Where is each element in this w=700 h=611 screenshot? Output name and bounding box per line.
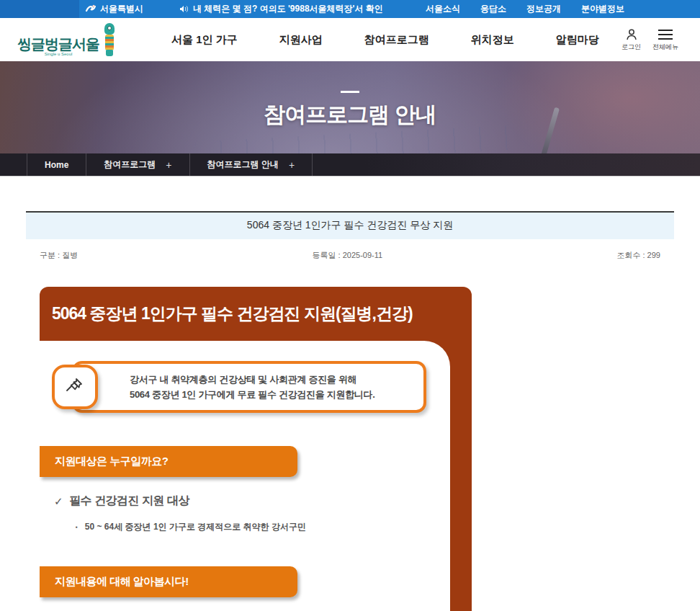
topbar-link-info-disclosure[interactable]: 정보공개 — [526, 3, 561, 15]
section-benefits: 지원내용에 대해 알아봅시다! ✓ 필수 건강검진 지원내용 — [40, 566, 450, 611]
pushpin-icon — [63, 373, 87, 401]
all-menu-label: 전체메뉴 — [652, 43, 678, 52]
topbar: 서울특별시 내 체력은 몇 점? 여의도 '9988서울체력장'서 확인 서울소… — [0, 0, 700, 18]
topbar-links: 서울소식 응답소 정보공개 분야별정보 — [426, 3, 624, 15]
hero-banner: 참여프로그램 안내 — [0, 61, 700, 153]
section-benefits-header: 지원내용에 대해 알아봅시다! — [40, 566, 297, 597]
breadcrumb-home[interactable]: Home — [27, 153, 86, 176]
breadcrumb-home-label: Home — [45, 160, 68, 170]
post-meta: 구분 : 질병 등록일 : 2025-09-11 조회수 : 299 — [26, 239, 674, 261]
topbar-link-seoul-news[interactable]: 서울소식 — [426, 3, 460, 15]
main-nav: 서울 1인 가구 지원사업 참여프로그램 위치정보 알림마당 — [169, 27, 602, 53]
site-header: 씽글벙글서울 Single u Seoul 서울 1인 가구 지원사업 참여프로… — [0, 18, 700, 61]
seoul-logo-icon — [85, 4, 97, 14]
section-target-bullet: ▪ 50 ~ 64세 중장년 1인 가구로 경제적으로 취약한 강서구민 — [76, 521, 450, 533]
breadcrumb-program-guide[interactable]: 참여프로그램 안내 + — [189, 153, 313, 176]
logo-title: 씽글벙글서울 — [17, 37, 99, 51]
breadcrumb: Home 참여프로그램 + 참여프로그램 안내 + — [0, 153, 700, 177]
post-views: 조회수 : 299 — [616, 250, 660, 261]
intro-callout: 강서구 내 취약계층의 건강상태 및 사회관계 증진을 위해 5064 중장년 … — [52, 361, 426, 413]
section-target-subheading-text: 필수 건강검진 지원 대상 — [69, 494, 189, 509]
seoul-city-link[interactable]: 서울특별시 — [85, 3, 143, 15]
login-button[interactable]: 로그인 — [622, 28, 641, 52]
intro-line1: 강서구 내 취약계층의 건강상태 및 사회관계 증진을 위해 — [130, 373, 423, 386]
content-area: 5064 중장년 1인가구 필수 건강검진 무상 지원 구분 : 질병 등록일 … — [0, 177, 700, 611]
topbar-link-eungdapso[interactable]: 응답소 — [480, 3, 506, 15]
plus-icon[interactable]: + — [166, 159, 171, 171]
section-target-subheading: ✓ 필수 건강검진 지원 대상 — [54, 494, 450, 509]
topbar-announcement[interactable]: 내 체력은 몇 점? 여의도 '9988서울체력장'서 확인 — [179, 3, 383, 15]
program-card-header: 5064 중장년 1인가구 필수 건강검진 지원(질병,건강) — [40, 287, 472, 341]
breadcrumb-item2-label: 참여프로그램 안내 — [207, 159, 279, 171]
bullet-icon: ▪ — [76, 524, 78, 530]
breadcrumb-item1-label: 참여프로그램 — [104, 159, 156, 171]
hero-dash — [341, 91, 359, 93]
person-icon — [625, 28, 638, 41]
all-menu-button[interactable]: 전체메뉴 — [652, 28, 678, 52]
logo-subtitle: Single u Seoul — [17, 52, 99, 56]
topbar-brand-label: 서울특별시 — [100, 3, 143, 15]
nav-item-support-programs[interactable]: 지원사업 — [277, 27, 326, 53]
page-title: 참여프로그램 안내 — [0, 100, 700, 130]
breadcrumb-participation-programs[interactable]: 참여프로그램 + — [86, 153, 189, 176]
program-card-title: 5064 중장년 1인가구 필수 건강검진 지원(질병,건강) — [52, 303, 413, 325]
page: 서울특별시 내 체력은 몇 점? 여의도 '9988서울체력장'서 확인 서울소… — [0, 0, 700, 611]
pin-box — [52, 365, 98, 409]
post-title: 5064 중장년 1인가구 필수 건강검진 무상 지원 — [247, 219, 453, 231]
post-date: 등록일 : 2025-09-11 — [313, 250, 383, 261]
logo-text: 씽글벙글서울 Single u Seoul — [17, 37, 99, 56]
nav-item-participation-programs[interactable]: 참여프로그램 — [362, 27, 432, 53]
program-card: 5064 중장년 1인가구 필수 건강검진 지원(질병,건강) — [40, 287, 472, 611]
section-target-header: 지원대상은 누구일까요? — [40, 446, 297, 477]
nav-item-seoul-single-household[interactable]: 서울 1인 가구 — [169, 27, 241, 53]
plus-icon[interactable]: + — [289, 159, 295, 171]
program-card-body: 강서구 내 취약계층의 건강상태 및 사회관계 증진을 위해 5064 중장년 … — [40, 341, 450, 611]
site-logo[interactable]: 씽글벙글서울 Single u Seoul — [17, 23, 117, 56]
header-utils: 로그인 전체메뉴 — [622, 28, 678, 52]
intro-line2: 5064 중장년 1인 가구에게 무료 필수 건강검진을 지원합니다. — [130, 388, 423, 401]
post-category: 구분 : 질병 — [40, 250, 78, 261]
hamburger-icon — [658, 28, 673, 41]
check-icon: ✓ — [54, 495, 63, 508]
nav-item-notice-board[interactable]: 알림마당 — [553, 27, 602, 53]
speaker-icon — [179, 5, 189, 13]
topbar-announcement-text: 내 체력은 몇 점? 여의도 '9988서울체력장'서 확인 — [193, 3, 383, 15]
mascot-icon — [102, 23, 117, 56]
nav-item-location-info[interactable]: 위치정보 — [468, 27, 517, 53]
intro-callout-box: 강서구 내 취약계층의 건강상태 및 사회관계 증진을 위해 5064 중장년 … — [72, 361, 426, 413]
section-target: 지원대상은 누구일까요? ✓ 필수 건강검진 지원 대상 ▪ 50 ~ 64세 … — [40, 446, 450, 533]
login-label: 로그인 — [622, 43, 641, 52]
section-target-bullet-text: 50 ~ 64세 중장년 1인 가구로 경제적으로 취약한 강서구민 — [85, 521, 306, 533]
post-title-bar: 5064 중장년 1인가구 필수 건강검진 무상 지원 — [26, 211, 674, 239]
topbar-link-field-info[interactable]: 분야별정보 — [581, 3, 624, 15]
